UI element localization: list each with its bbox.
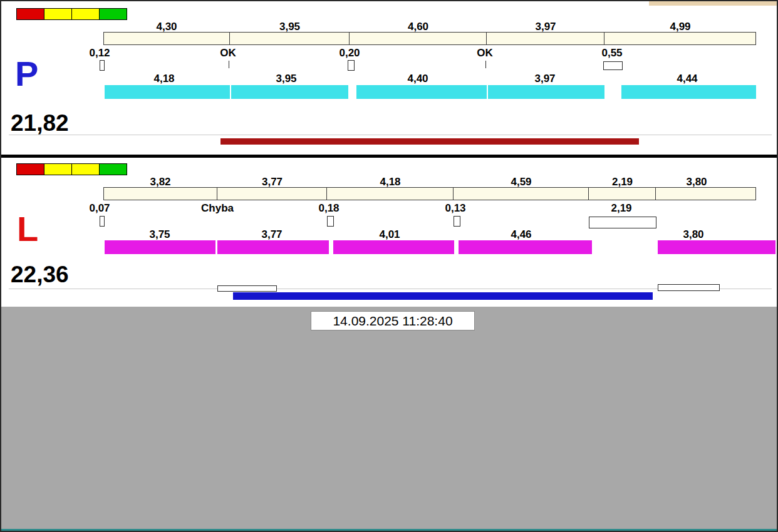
traffic-light-l [16,163,127,175]
window-artifact [649,1,777,6]
checkpoint-marker-box [100,60,105,71]
segment-bar [356,85,487,99]
segment-bar [488,85,604,99]
split-bar-segment [103,32,230,45]
segment-time-label: 3,97 [517,73,573,85]
segment-time-label: 4,18 [136,73,192,85]
lane-separator [1,155,777,158]
checkpoint-label: 2,19 [593,202,650,215]
traffic-light-yellow-cell [44,163,72,175]
checkpoint-label: 0,55 [584,47,640,59]
progress-bar-l [233,292,653,300]
checkpoint-label: 0,20 [321,47,378,59]
split-time-label: 4,18 [327,176,454,188]
split-time-label: 3,80 [656,176,737,188]
segment-time-label: 3,80 [665,228,722,241]
split-time-label: 4,99 [604,21,756,33]
checkpoint-label: 0,13 [427,202,484,215]
checkpoint-label: OK [457,47,513,59]
lane-l-letter: L [17,212,38,247]
traffic-light-green-cell [99,8,127,20]
traffic-light-red-cell [16,163,44,175]
traffic-light-yellow-cell [71,163,100,175]
segment-bar [105,85,230,99]
datetime-display: 14.09.2025 11:28:40 [311,311,475,330]
segment-time-label: 4,46 [493,228,549,241]
checkpoint-marker-box [327,216,334,227]
progress-marker-box [217,285,277,292]
checkpoint-marker-box [100,216,105,227]
split-time-label: 4,60 [350,21,487,33]
checkpoint-label: 0,07 [71,202,128,215]
segment-time-label: 4,40 [390,73,446,85]
split-time-label: 3,77 [217,176,327,188]
checkpoint-marker-box [589,217,656,228]
split-bar-segment [604,32,756,45]
split-bar-segment [229,32,350,45]
lane-p-total-time: 21,82 [11,111,69,135]
segment-bar [658,240,775,254]
traffic-light-green-cell [99,163,127,175]
traffic-light-yellow-cell [44,8,72,20]
split-bar-segment [103,187,217,200]
results-area: Lavina Alfa Trixie - Bria - Bambi - Geys… [1,307,777,531]
traffic-light-p [16,8,127,20]
timing-app-window: 4,30 3,95 4,60 3,97 4,99 0,12 OK 0,20 OK… [0,0,778,532]
split-bar-segment [655,187,756,200]
checkpoint-label: OK [200,47,256,59]
checkpoint-label: 0,18 [301,202,357,215]
split-time-label: 4,30 [103,21,230,33]
segment-time-label: 3,75 [132,228,188,241]
segment-bar [621,85,756,99]
checkpoint-marker-box [454,216,460,227]
traffic-light-yellow-cell [71,8,100,20]
split-bar-segment [486,32,604,45]
checkpoint-marker-box [603,61,623,70]
segment-bar [231,85,348,99]
progress-marker-box [658,284,720,291]
split-time-label: 3,97 [487,21,604,33]
split-time-label: 2,19 [589,176,656,188]
progress-track [9,135,772,135]
segment-bar [217,240,329,254]
checkpoint-label: Chyba [189,202,246,215]
traffic-light-red-cell [16,8,44,20]
checkpoint-label: 0,12 [71,47,128,59]
checkpoint-marker-tick [229,61,229,68]
split-bar-segment [349,32,487,45]
segment-time-label: 4,44 [659,73,715,85]
segment-bar [105,240,215,254]
window-bottom-strip [1,529,777,531]
lane-p-letter: P [15,56,38,91]
split-time-label: 4,59 [454,176,589,188]
split-bar-segment [217,187,327,200]
segment-time-label: 3,77 [244,228,300,241]
segment-time-label: 4,01 [361,228,418,241]
split-time-label: 3,95 [230,21,350,33]
progress-bar-p [220,138,639,145]
segment-time-label: 3,95 [258,73,314,85]
split-bar-segment [588,187,656,200]
split-time-label: 3,82 [103,176,217,188]
checkpoint-marker-tick [485,61,486,68]
checkpoint-marker-box [348,60,355,71]
split-bar-segment [453,187,589,200]
segment-bar [459,240,592,254]
split-bar-segment [326,187,454,200]
segment-bar [333,240,454,254]
lane-l-total-time: 22,36 [11,263,69,286]
